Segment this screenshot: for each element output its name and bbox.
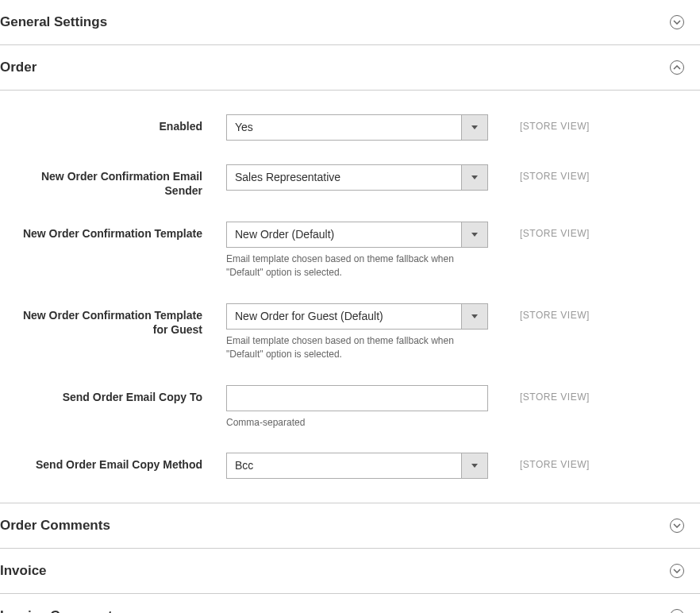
section-header-general-settings[interactable]: General Settings: [0, 0, 700, 45]
section-header-order[interactable]: Order: [0, 45, 700, 91]
field-control-email-sender: Sales Representative: [226, 164, 488, 191]
select-enabled[interactable]: Yes: [226, 114, 488, 141]
select-template[interactable]: New Order (Default): [226, 222, 488, 248]
section-body-order: Enabled Yes [STORE VIEW] New Order Confi…: [0, 91, 700, 503]
triangle-down-icon: [461, 222, 487, 247]
scope-enabled: [STORE VIEW]: [488, 114, 647, 132]
field-label-copy-method: Send Order Email Copy Method: [16, 453, 226, 472]
chevron-up-icon: [670, 60, 684, 75]
field-control-copy-method: Bcc: [226, 453, 488, 479]
note-copy-to: Comma-separated: [226, 416, 488, 430]
triangle-down-icon: [461, 453, 487, 478]
section-title-invoice-comments: Invoice Comments: [0, 608, 120, 613]
field-email-sender: New Order Confirmation Email Sender Sale…: [0, 164, 700, 198]
scope-template: [STORE VIEW]: [488, 222, 647, 239]
select-copy-method[interactable]: Bcc: [226, 453, 488, 479]
field-label-copy-to: Send Order Email Copy To: [16, 385, 226, 404]
input-copy-to[interactable]: [226, 385, 488, 411]
field-label-enabled: Enabled: [16, 114, 226, 133]
section-title-order: Order: [0, 60, 37, 75]
triangle-down-icon: [461, 115, 487, 140]
triangle-down-icon: [461, 304, 487, 329]
select-value-template: New Order (Default): [227, 222, 461, 247]
field-enabled: Enabled Yes [STORE VIEW]: [0, 114, 700, 141]
scope-copy-to: [STORE VIEW]: [488, 385, 647, 403]
field-copy-to: Send Order Email Copy To Comma-separated…: [0, 385, 700, 430]
field-template-guest: New Order Confirmation Template for Gues…: [0, 303, 700, 361]
field-copy-method: Send Order Email Copy Method Bcc [STORE …: [0, 453, 700, 479]
field-label-template-guest: New Order Confirmation Template for Gues…: [16, 303, 226, 337]
select-template-guest[interactable]: New Order for Guest (Default): [226, 303, 488, 330]
section-title-order-comments: Order Comments: [0, 518, 110, 534]
section-header-invoice-comments[interactable]: Invoice Comments: [0, 594, 700, 613]
chevron-down-icon: [670, 609, 684, 613]
scope-email-sender: [STORE VIEW]: [488, 164, 647, 182]
select-value-email-sender: Sales Representative: [227, 165, 461, 190]
section-header-invoice[interactable]: Invoice: [0, 549, 700, 594]
chevron-down-icon: [670, 519, 684, 533]
section-title-general-settings: General Settings: [0, 14, 107, 30]
triangle-down-icon: [461, 165, 487, 190]
field-template: New Order Confirmation Template New Orde…: [0, 222, 700, 280]
field-control-template: New Order (Default) Email template chose…: [226, 222, 488, 280]
field-label-email-sender: New Order Confirmation Email Sender: [16, 164, 226, 198]
section-header-order-comments[interactable]: Order Comments: [0, 503, 700, 549]
field-control-template-guest: New Order for Guest (Default) Email temp…: [226, 303, 488, 361]
note-template: Email template chosen based on theme fal…: [226, 253, 488, 280]
note-template-guest: Email template chosen based on theme fal…: [226, 334, 488, 361]
select-value-copy-method: Bcc: [227, 453, 461, 478]
select-email-sender[interactable]: Sales Representative: [226, 164, 488, 191]
field-label-template: New Order Confirmation Template: [16, 222, 226, 241]
select-value-enabled: Yes: [227, 115, 461, 140]
chevron-down-icon: [670, 564, 684, 578]
select-value-template-guest: New Order for Guest (Default): [227, 304, 461, 329]
chevron-down-icon: [670, 15, 684, 29]
section-title-invoice: Invoice: [0, 563, 47, 579]
scope-template-guest: [STORE VIEW]: [488, 303, 647, 321]
field-control-enabled: Yes: [226, 114, 488, 141]
scope-copy-method: [STORE VIEW]: [488, 453, 647, 470]
field-control-copy-to: Comma-separated: [226, 385, 488, 430]
